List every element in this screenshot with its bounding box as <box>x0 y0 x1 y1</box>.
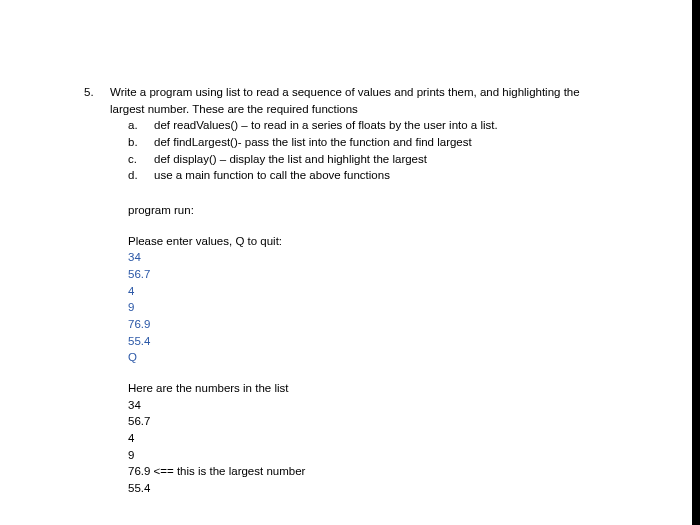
question-body: Write a program using list to read a seq… <box>110 84 660 497</box>
result-value: 34 <box>128 397 660 414</box>
question-row: 5. Write a program using list to read a … <box>84 84 660 497</box>
program-run-label: program run: <box>128 202 660 219</box>
sub-item-a: a. def readValues() – to read in a serie… <box>128 117 660 134</box>
sub-item-c: c. def display() – display the list and … <box>128 151 660 168</box>
sub-item-b: b. def findLargest()- pass the list into… <box>128 134 660 151</box>
input-value: 56.7 <box>128 266 660 283</box>
input-value: 4 <box>128 283 660 300</box>
result-value: 9 <box>128 447 660 464</box>
sub-letter: c. <box>128 151 142 168</box>
question-prompt-line1: Write a program using list to read a seq… <box>110 84 660 101</box>
input-value: 76.9 <box>128 316 660 333</box>
question-prompt-line2: largest number. These are the required f… <box>110 101 660 118</box>
sub-text: def readValues() – to read in a series o… <box>154 117 498 134</box>
result-value: 56.7 <box>128 413 660 430</box>
input-prompt: Please enter values, Q to quit: <box>128 233 660 250</box>
result-value: 4 <box>128 430 660 447</box>
sub-item-d: d. use a main function to call the above… <box>128 167 660 184</box>
sub-letter: d. <box>128 167 142 184</box>
input-value: 55.4 <box>128 333 660 350</box>
sub-letter: b. <box>128 134 142 151</box>
sub-text: def display() – display the list and hig… <box>154 151 427 168</box>
program-run-block: program run: Please enter values, Q to q… <box>110 202 660 497</box>
sub-text: def findLargest()- pass the list into th… <box>154 134 472 151</box>
input-value: 34 <box>128 249 660 266</box>
sub-list: a. def readValues() – to read in a serie… <box>110 117 660 184</box>
question-number: 5. <box>84 84 98 101</box>
document-page: 5. Write a program using list to read a … <box>0 0 700 517</box>
result-value-largest: 76.9 <== this is the largest number <box>128 463 660 480</box>
result-value: 55.4 <box>128 480 660 497</box>
sub-letter: a. <box>128 117 142 134</box>
sub-text: use a main function to call the above fu… <box>154 167 390 184</box>
result-heading: Here are the numbers in the list <box>128 380 660 397</box>
page-edge-bar <box>692 0 700 525</box>
input-value: Q <box>128 349 660 366</box>
input-value: 9 <box>128 299 660 316</box>
